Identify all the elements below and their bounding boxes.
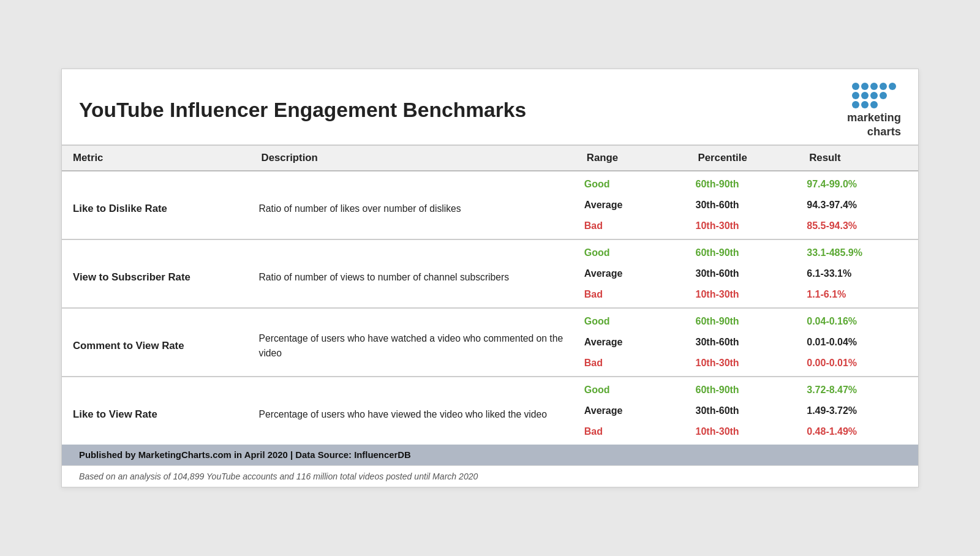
result-cell: 3.72-8.47% (798, 377, 918, 400)
result-cell: 1.49-3.72% (798, 400, 918, 421)
percentile-cell: 10th-30th (687, 421, 799, 445)
table-row: View to Subscriber RateRatio of number o… (62, 239, 918, 263)
percentile-cell: 30th-60th (687, 263, 799, 284)
percentile-cell: 30th-60th (687, 332, 799, 353)
logo-dots (852, 83, 896, 108)
col-result: Result (798, 146, 918, 171)
range-cell: Good (576, 239, 687, 263)
metric-label: Like to Dislike Rate (62, 171, 251, 239)
percentile-cell: 60th-90th (687, 239, 799, 263)
percentile-cell: 60th-90th (687, 171, 799, 195)
result-cell: 85.5-94.3% (798, 216, 918, 239)
percentile-cell: 60th-90th (687, 308, 799, 332)
logo-dot (880, 101, 887, 108)
page-title: YouTube Influencer Engagement Benchmarks (79, 99, 526, 122)
range-cell: Good (576, 171, 687, 195)
footer-dark: Published by MarketingCharts.com in Apri… (62, 445, 918, 465)
description-cell: Percentage of users who have viewed the … (251, 377, 576, 445)
logo-dot (880, 83, 887, 90)
range-cell: Bad (576, 421, 687, 445)
result-cell: 0.48-1.49% (798, 421, 918, 445)
table-row: Comment to View RatePercentage of users … (62, 308, 918, 332)
result-cell: 1.1-6.1% (798, 284, 918, 308)
range-cell: Good (576, 308, 687, 332)
range-cell: Bad (576, 284, 687, 308)
logo-dot (852, 101, 859, 108)
range-cell: Average (576, 400, 687, 421)
range-cell: Bad (576, 353, 687, 377)
header: YouTube Influencer Engagement Benchmarks… (62, 69, 918, 145)
logo-dot (889, 92, 896, 99)
percentile-cell: 30th-60th (687, 195, 799, 216)
benchmarks-table: Metric Description Range Percentile Resu… (62, 146, 918, 445)
logo-dot (870, 92, 878, 99)
range-cell: Bad (576, 216, 687, 239)
footer-light: Based on an analysis of 104,899 YouTube … (62, 465, 918, 487)
result-cell: 94.3-97.4% (798, 195, 918, 216)
range-cell: Average (576, 332, 687, 353)
range-cell: Good (576, 377, 687, 400)
table-row: Like to Dislike RateRatio of number of l… (62, 171, 918, 195)
percentile-cell: 30th-60th (687, 400, 799, 421)
metric-label: Like to View Rate (62, 377, 251, 445)
result-cell: 6.1-33.1% (798, 263, 918, 284)
main-card: YouTube Influencer Engagement Benchmarks… (61, 69, 919, 487)
range-cell: Average (576, 195, 687, 216)
logo-dot (852, 83, 859, 90)
result-cell: 0.04-0.16% (798, 308, 918, 332)
col-percentile: Percentile (687, 146, 799, 171)
logo-area: marketing charts (847, 83, 901, 138)
table-header-row: Metric Description Range Percentile Resu… (62, 146, 918, 171)
result-cell: 0.01-0.04% (798, 332, 918, 353)
percentile-cell: 10th-30th (687, 216, 799, 239)
logo-dot (889, 101, 896, 108)
logo-dot (880, 92, 887, 99)
description-cell: Percentage of users who have watched a v… (251, 308, 576, 377)
metric-label: View to Subscriber Rate (62, 239, 251, 308)
percentile-cell: 10th-30th (687, 353, 799, 377)
logo-dot (861, 83, 869, 90)
col-description: Description (251, 146, 576, 171)
col-range: Range (576, 146, 687, 171)
result-cell: 97.4-99.0% (798, 171, 918, 195)
result-cell: 33.1-485.9% (798, 239, 918, 263)
description-cell: Ratio of number of views to number of ch… (251, 239, 576, 308)
range-cell: Average (576, 263, 687, 284)
table-row: Like to View RatePercentage of users who… (62, 377, 918, 400)
logo-dot (870, 83, 878, 90)
col-metric: Metric (62, 146, 251, 171)
result-cell: 0.00-0.01% (798, 353, 918, 377)
description-cell: Ratio of number of likes over number of … (251, 171, 576, 239)
logo-dot (861, 101, 869, 108)
logo-text: marketing charts (847, 111, 901, 138)
percentile-cell: 60th-90th (687, 377, 799, 400)
logo-dot (889, 83, 896, 90)
percentile-cell: 10th-30th (687, 284, 799, 308)
metric-label: Comment to View Rate (62, 308, 251, 377)
logo-dot (852, 92, 859, 99)
logo-dot (861, 92, 869, 99)
logo-dot (870, 101, 878, 108)
